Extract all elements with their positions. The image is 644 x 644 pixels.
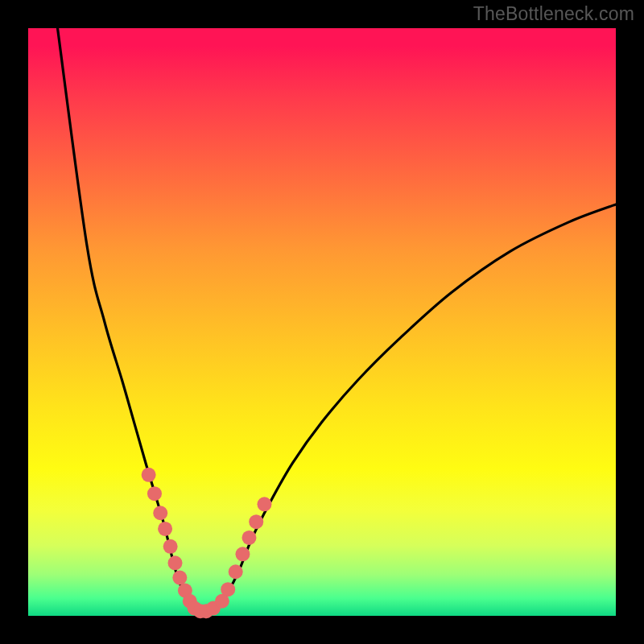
curve-marker [147, 486, 162, 501]
chart-container: TheBottleneck.com [0, 0, 644, 644]
curve-marker [142, 468, 156, 482]
curve-marker [158, 522, 172, 536]
curve-marker [168, 555, 183, 570]
curve-marker [163, 539, 178, 554]
curve-marker [153, 506, 167, 520]
bottleneck-curve [58, 28, 617, 613]
curve-marker [257, 497, 271, 511]
curve-marker [242, 530, 256, 545]
curve-marker [235, 547, 250, 561]
curve-marker [249, 514, 263, 529]
curve-marker [229, 564, 243, 579]
curve-marker [172, 571, 187, 585]
curve-markers [142, 468, 272, 618]
chart-svg [28, 28, 616, 616]
plot-area [28, 28, 616, 616]
watermark-text: TheBottleneck.com [473, 3, 634, 25]
curve-marker [221, 582, 235, 597]
